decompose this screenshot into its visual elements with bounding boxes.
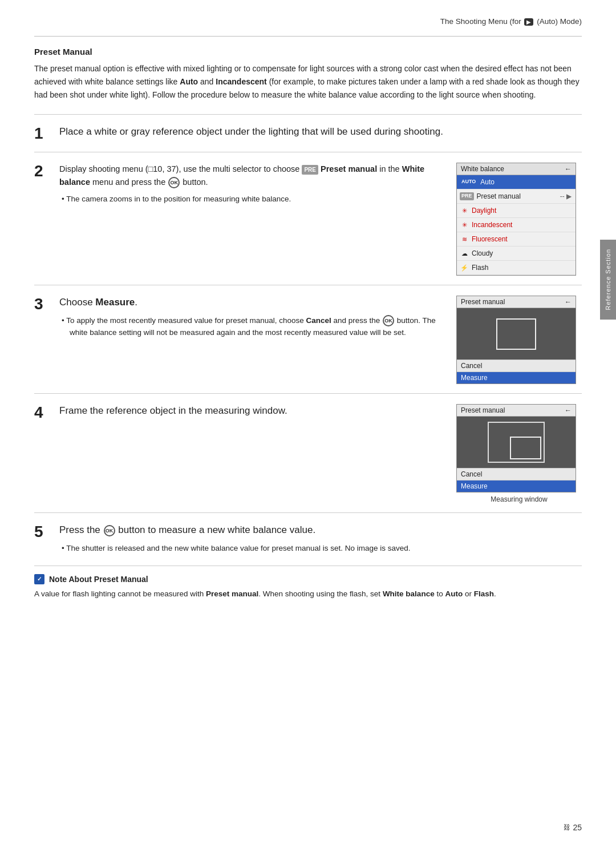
step-3: 3 Choose Measure. To apply the most rece…: [34, 285, 582, 393]
ps-footer-1: Cancel Measure: [457, 360, 576, 383]
wb-badge-pre: PRE: [460, 192, 474, 200]
page-number: 25: [573, 823, 582, 832]
wb-row-cloudy: ☁ Cloudy: [457, 247, 576, 261]
step-1-text: Place a white or gray reference object u…: [59, 125, 576, 139]
step-1-number: 1: [34, 125, 59, 143]
ps2-body: [457, 417, 576, 468]
wb-row-incandescent: ✳ Incandescent: [457, 218, 576, 232]
wb-badge-auto: AUTO: [460, 178, 477, 186]
wb-icon-incandescent: ✳: [460, 220, 469, 229]
step-3-image: Preset manual ← Cancel Measure: [456, 296, 582, 384]
preset-screen-2: Preset manual ← Cancel Measure: [456, 404, 576, 492]
wb-row-daylight: ✳ Daylight: [457, 204, 576, 218]
step-2-text: Display shooting menu (□10, 37), use the…: [59, 163, 440, 188]
step-4-content: Frame the reference object in the measur…: [59, 404, 446, 418]
step-5-bullet: The shutter is released and the new whit…: [59, 542, 576, 555]
wb-row-fluorescent: ≋ Fluorescent: [457, 232, 576, 247]
ps-title-text-1: Preset manual: [461, 298, 505, 306]
ps2-footer: Cancel Measure: [457, 468, 576, 492]
ps2-title-icon: ←: [565, 406, 572, 414]
ps2-title: Preset manual ←: [457, 405, 576, 417]
ps-body-1: [457, 308, 576, 360]
pre-badge: PRE: [302, 165, 318, 175]
wb-row-auto: AUTO Auto: [457, 175, 576, 189]
step-2-bullet: The camera zooms in to the position for …: [59, 193, 440, 205]
wb-label-auto: Auto: [480, 177, 495, 187]
ps-row-cancel-1: Cancel: [457, 360, 576, 371]
step-5: 5 Press the OK button to measure a new w…: [34, 512, 582, 563]
wb-menu-title: White balance ←: [457, 163, 576, 175]
ps2-row-cancel: Cancel: [457, 468, 576, 480]
wb-label-preset: Preset manual: [477, 191, 521, 201]
page: The Shooting Menu (for ▶ (Auto) Mode) Pr…: [0, 0, 616, 848]
wb-label-fluorescent: Fluorescent: [472, 234, 508, 244]
wb-title-text: White balance: [461, 165, 504, 173]
header-text2: (Auto) Mode): [537, 17, 582, 26]
note-section: ✓ Note About Preset Manual A value for f…: [34, 566, 582, 600]
step-2: 2 Display shooting menu (□10, 37), use t…: [34, 152, 582, 285]
note-icon: ✓: [34, 574, 44, 584]
step-3-content: Choose Measure. To apply the most recent…: [59, 296, 446, 339]
header-text: The Shooting Menu (for: [440, 17, 521, 26]
step-4-image: Preset manual ← Cancel Measure Measuring…: [456, 404, 582, 503]
ref-tab-label: Reference Section: [605, 249, 611, 310]
measure-rect-1: [496, 318, 536, 350]
wb-label-flash: Flash: [472, 263, 488, 273]
note-title-text: Note About Preset Manual: [49, 575, 148, 584]
preset-screen-1: Preset manual ← Cancel Measure: [456, 296, 576, 384]
reference-section-tab: Reference Section: [600, 240, 616, 320]
ps-title-icon-1: ←: [565, 298, 572, 306]
step-3-number: 3: [34, 296, 59, 313]
wb-menu: White balance ← AUTO Auto PRE Preset man…: [456, 163, 576, 276]
wb-menu-icon: ←: [565, 165, 572, 173]
step-3-bullet: To apply the most recently measured valu…: [59, 314, 440, 339]
step-2-number: 2: [34, 163, 59, 180]
step-2-image: White balance ← AUTO Auto PRE Preset man…: [456, 163, 582, 276]
intro-text: The preset manual option is effective wi…: [34, 62, 582, 102]
step-3-title: Choose Measure.: [59, 296, 440, 310]
ps-row-measure-1: Measure: [457, 371, 576, 383]
ps2-title-text: Preset manual: [461, 406, 505, 414]
wb-icon-flash: ⚡: [460, 263, 469, 272]
header: The Shooting Menu (for ▶ (Auto) Mode): [34, 17, 582, 37]
wb-row-flash: ⚡ Flash: [457, 261, 576, 275]
step-4-text: Frame the reference object in the measur…: [59, 404, 440, 418]
ps-title-1: Preset manual ←: [457, 296, 576, 308]
ok-circle-5: OK: [104, 525, 115, 536]
step-5-number: 5: [34, 523, 59, 541]
wb-arrow-preset: -- ▶: [560, 191, 572, 201]
measuring-window-label: Measuring window: [456, 495, 582, 503]
wb-icon-cloudy: ☁: [460, 249, 469, 258]
wb-label-cloudy: Cloudy: [472, 248, 493, 259]
wb-label-daylight: Daylight: [472, 205, 496, 216]
step-4-number: 4: [34, 404, 59, 422]
note-title: ✓ Note About Preset Manual: [34, 574, 582, 584]
wb-label-incandescent: Incandescent: [472, 220, 512, 230]
outer-rect: [488, 422, 545, 463]
step-1-content: Place a white or gray reference object u…: [59, 125, 582, 139]
step-2-content: Display shooting menu (□10, 37), use the…: [59, 163, 446, 205]
camera-icon: ▶: [524, 18, 533, 26]
section-title: Preset Manual: [34, 47, 582, 56]
ok-circle-3: OK: [383, 315, 394, 326]
note-text: A value for flash lighting cannot be mea…: [34, 588, 582, 600]
ps2-row-measure: Measure: [457, 480, 576, 492]
wb-icon-daylight: ✳: [460, 206, 469, 215]
inner-rect: [510, 437, 541, 459]
ok-circle: OK: [168, 177, 180, 188]
wb-icon-fluorescent: ≋: [460, 235, 469, 244]
wb-row-preset: PRE Preset manual -- ▶: [457, 189, 576, 204]
step-5-content: Press the OK button to measure a new whi…: [59, 523, 582, 554]
step-1: 1 Place a white or gray reference object…: [34, 114, 582, 152]
step-4: 4 Frame the reference object in the meas…: [34, 393, 582, 512]
step-5-text: Press the OK button to measure a new whi…: [59, 523, 576, 538]
page-footer: ⛓ 25: [564, 823, 582, 832]
link-icon: ⛓: [564, 823, 570, 831]
